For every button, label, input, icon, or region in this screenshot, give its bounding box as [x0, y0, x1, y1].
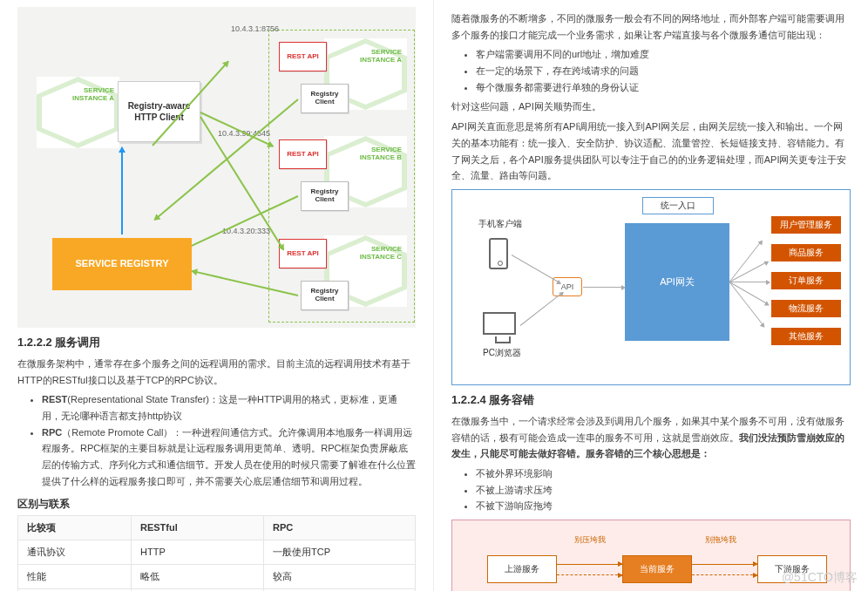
service-registry-box: SERVICE REGISTRY: [52, 238, 192, 290]
rest-api-box-3: REST API: [279, 239, 327, 268]
gateway-entry-label: 统一入口: [642, 197, 714, 214]
right-column: 随着微服务的不断增多，不同的微服务一般会有不同的网络地址，而外部客户端可能需要调…: [434, 0, 868, 591]
registry-client-box-2: Registry Client: [301, 181, 349, 211]
list-item: 每个微服务都需要进行单独的身份认证: [476, 79, 851, 96]
table-row: 性能略低较高: [18, 564, 416, 588]
registry-client-box-1: Registry Client: [301, 84, 349, 113]
para-gateway-desc: API网关直面意思是将所有API调用统一接入到API网关层，由网关层统一接入和输…: [451, 119, 851, 184]
table-header: RESTful: [132, 515, 264, 540]
upstream-service-box: 上游服务: [487, 555, 557, 583]
list-item: 客户端需要调用不同的url地址，增加难度: [476, 46, 851, 63]
table-header: 比较项: [18, 515, 132, 540]
http-client-box: Registry-aware HTTP Client: [118, 81, 200, 142]
para-gateway-intro: 随着微服务的不断增多，不同的微服务一般会有不同的网络地址，而外部客户端可能需要调…: [451, 10, 851, 43]
service-order: 订单服务: [771, 272, 841, 289]
compare-table: 比较项 RESTful RPC 通讯协议HTTP一般使用TCP 性能略低较高 灵…: [17, 515, 416, 592]
service-user-mgmt: 用户管理服务: [771, 216, 841, 234]
ft-list: 不被外界环境影响 不被上游请求压垮 不被下游响应拖垮: [476, 465, 851, 514]
table-row: 通讯协议HTTP一般使用TCP: [18, 540, 416, 564]
rest-rpc-list: RESTREST(Representational State Transfer…: [42, 391, 416, 489]
api-gateway-diagram: 统一入口 手机客户端 PC浏览器 API API网关 用户管理服务 商品服务 订…: [451, 189, 851, 385]
table-header: RPC: [264, 515, 416, 540]
heading-service-call: 1.2.2.2 服务调用: [17, 335, 416, 350]
list-item-rest: RESTREST(Representational State Transfer…: [42, 391, 416, 424]
gateway-issue-list: 客户端需要调用不同的url地址，增加难度 在一定的场景下，存在跨域请求的问题 每…: [476, 46, 851, 95]
rest-api-box-2: REST API: [279, 139, 327, 169]
subhead-compare: 区别与联系: [17, 497, 416, 512]
ip-label-1: 10.4.3.1:8756: [231, 24, 279, 33]
heading-fault-tolerance: 1.2.2.4 服务容错: [451, 392, 851, 408]
phone-client-label: 手机客户端: [478, 218, 522, 230]
left-column: SERVICEINSTANCE A Registry-aware HTTP Cl…: [0, 0, 434, 591]
pc-icon: [483, 312, 516, 335]
ft-label-2: 别拖垮我: [705, 534, 736, 546]
service-instance-a-hex: SERVICEINSTANCE A: [37, 77, 119, 148]
service-other: 其他服务: [771, 328, 841, 345]
para-service-call-intro: 在微服务架构中，通常存在多个服务之间的远程调用的需求。目前主流的远程调用技术有基…: [17, 356, 416, 388]
watermark: @51CTO博客: [782, 570, 858, 586]
list-item: 不被上游请求压垮: [476, 482, 851, 499]
ft-label-1: 别压垮我: [574, 534, 606, 546]
list-item-rpc: RPC（Remote Promote Call）：一种进程间通信方式。允许像调用…: [42, 425, 416, 490]
arrow-registry-up: [121, 147, 123, 234]
list-item: 在一定的场景下，存在跨域请求的问题: [476, 63, 851, 79]
current-service-box: 当前服务: [622, 555, 692, 583]
phone-icon: [489, 238, 508, 269]
api-gateway-box: API网关: [625, 223, 729, 341]
service-logistics: 物流服务: [771, 300, 841, 317]
registry-client-box-3: Registry Client: [301, 281, 349, 310]
service-registry-diagram: SERVICEINSTANCE A Registry-aware HTTP Cl…: [17, 7, 416, 328]
para-gateway-born: 针对这些问题，API网关顺势而生。: [451, 98, 851, 115]
list-item: 不被外界环境影响: [476, 465, 851, 482]
pc-browser-label: PC浏览器: [483, 347, 521, 359]
service-product: 商品服务: [771, 244, 841, 262]
list-item: 不被下游响应拖垮: [476, 498, 851, 514]
rest-api-box-1: REST API: [279, 42, 327, 71]
para-ft: 在微服务当中，一个请求经常会涉及到调用几个服务，如果其中某个服务不可用，没有做服…: [451, 413, 851, 462]
